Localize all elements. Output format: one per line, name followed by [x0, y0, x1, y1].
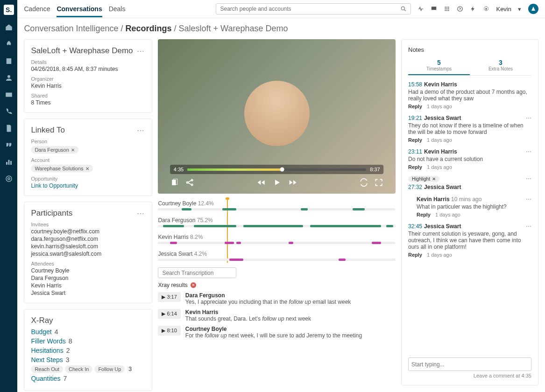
- play-snippet[interactable]: ▶ 6:14: [158, 309, 180, 319]
- forward-icon[interactable]: [288, 178, 297, 187]
- organizer-value: Kevin Harris: [31, 83, 145, 89]
- reply-link[interactable]: Reply: [408, 164, 422, 170]
- participants-card: Participants⋯ Invitees courtney.boyle@ne…: [24, 202, 152, 303]
- xray-results-label: Xray results: [158, 282, 187, 288]
- person-chip[interactable]: Dara Ferguson✕: [31, 146, 78, 154]
- invitee: jessica.swart@salesloft.com: [31, 251, 145, 257]
- tab-deals[interactable]: Deals: [109, 1, 126, 17]
- note-menu[interactable]: ⋯: [526, 115, 531, 121]
- note-menu[interactable]: ⋯: [526, 148, 531, 155]
- svg-point-18: [448, 10, 449, 11]
- chart-icon[interactable]: [5, 158, 13, 166]
- activity-icon[interactable]: [418, 6, 424, 12]
- remove-account[interactable]: ✕: [85, 166, 89, 171]
- note-timestamp[interactable]: 32:45: [408, 223, 422, 230]
- xray-chip[interactable]: Check In: [65, 365, 92, 373]
- xray-link[interactable]: Filler Words: [31, 337, 65, 345]
- tab-cadence[interactable]: Cadence: [24, 1, 50, 17]
- avatar[interactable]: [528, 4, 538, 14]
- note-menu[interactable]: ⋯: [526, 196, 531, 203]
- clear-xray[interactable]: ✕: [191, 282, 196, 288]
- linked-menu[interactable]: ⋯: [137, 126, 145, 135]
- talk-bar[interactable]: [158, 225, 396, 227]
- shared-value: 8 Times: [31, 99, 145, 106]
- search-input[interactable]: [220, 6, 400, 12]
- fullscreen-icon[interactable]: [375, 178, 384, 187]
- talk-bar[interactable]: [158, 259, 396, 261]
- svg-rect-0: [6, 58, 11, 64]
- user-name[interactable]: Kevin: [496, 6, 511, 13]
- home-icon[interactable]: [5, 23, 13, 32]
- search-icon[interactable]: [400, 6, 407, 12]
- bolt-icon[interactable]: [470, 6, 476, 12]
- reply-link[interactable]: Reply: [408, 137, 422, 143]
- comment-input[interactable]: [411, 361, 528, 368]
- building-icon[interactable]: [5, 57, 13, 65]
- svg-rect-4: [8, 160, 9, 165]
- svg-rect-9: [432, 7, 437, 10]
- play-snippet[interactable]: ▶ 3:17: [158, 292, 180, 302]
- copy-icon[interactable]: [170, 178, 179, 187]
- mail-icon[interactable]: [5, 91, 13, 99]
- target-icon[interactable]: [5, 175, 13, 183]
- reply-link[interactable]: Reply: [417, 212, 431, 217]
- video-player[interactable]: 4:35 8:37: [158, 39, 396, 194]
- svg-point-13: [445, 8, 446, 9]
- reply-link[interactable]: Reply: [408, 252, 422, 258]
- tab-timestamps[interactable]: 5Timestamps: [408, 56, 470, 75]
- participants-menu[interactable]: ⋯: [137, 209, 145, 218]
- tab-conversations[interactable]: Conversations: [57, 1, 102, 17]
- play-snippet[interactable]: ▶ 8:10: [158, 326, 180, 336]
- transcription-input[interactable]: [162, 270, 232, 276]
- chevron-down-icon[interactable]: ▾: [518, 6, 522, 12]
- svg-point-11: [446, 7, 447, 7]
- tab-extra-notes[interactable]: 3Extra Notes: [470, 56, 531, 75]
- bc-section[interactable]: Recordings: [126, 24, 172, 33]
- note-timestamp[interactable]: 23:11: [408, 148, 422, 155]
- note-menu[interactable]: ⋯: [526, 175, 531, 182]
- help-icon[interactable]: [457, 6, 463, 12]
- svg-point-23: [186, 182, 188, 183]
- overview-menu[interactable]: ⋯: [137, 47, 145, 56]
- chat-icon[interactable]: [431, 6, 437, 12]
- quote-icon[interactable]: [5, 141, 13, 149]
- bc-page: Salesloft + Warephase Demo: [179, 24, 288, 33]
- note-timestamp[interactable]: 19:21: [408, 115, 422, 121]
- xray-link[interactable]: Next Steps: [31, 356, 63, 364]
- note-menu[interactable]: ⋯: [526, 223, 531, 230]
- rocket-icon[interactable]: [5, 40, 13, 49]
- play-icon[interactable]: [272, 178, 282, 187]
- xray-link[interactable]: Hesitations: [31, 347, 63, 354]
- talk-bar[interactable]: [158, 208, 396, 210]
- person-icon[interactable]: [5, 74, 13, 82]
- rewind-icon[interactable]: [256, 178, 266, 187]
- quantities-link[interactable]: Quantities: [31, 375, 60, 382]
- doc-icon[interactable]: [5, 124, 13, 133]
- opp-link[interactable]: Link to Opportunity: [31, 182, 145, 189]
- share-icon[interactable]: [185, 178, 194, 187]
- apps-icon[interactable]: [444, 6, 450, 12]
- comment-input-box[interactable]: [408, 357, 531, 371]
- progress-bar[interactable]: 4:35 8:37: [170, 165, 384, 174]
- loop-icon[interactable]: [360, 178, 369, 187]
- xray-link[interactable]: Budget: [31, 328, 51, 336]
- notes-panel: Notes 5Timestamps 3Extra Notes 15:58Kevi…: [401, 39, 538, 385]
- talk-bar[interactable]: [158, 242, 396, 244]
- note-timestamp[interactable]: 27:32: [408, 184, 422, 190]
- remove-highlight[interactable]: ✕: [432, 176, 436, 182]
- transcription-search[interactable]: [158, 267, 236, 278]
- logo[interactable]: S.: [4, 5, 14, 15]
- remove-person[interactable]: ✕: [71, 147, 75, 153]
- highlight-chip[interactable]: Highlight ✕: [408, 176, 439, 182]
- account-chip[interactable]: Warephase Solutions✕: [31, 165, 92, 172]
- bc-root[interactable]: Conversation Intelligence: [24, 24, 118, 33]
- global-search[interactable]: [216, 3, 411, 14]
- xray-chip[interactable]: Follow Up: [94, 365, 125, 373]
- svg-point-6: [6, 176, 12, 182]
- reply-link[interactable]: Reply: [408, 104, 422, 109]
- scrubber[interactable]: [280, 168, 284, 172]
- phone-icon[interactable]: [5, 107, 13, 116]
- gear-icon[interactable]: [483, 6, 489, 12]
- note-timestamp[interactable]: 15:58: [408, 81, 422, 88]
- xray-chip[interactable]: Reach Out: [31, 365, 63, 373]
